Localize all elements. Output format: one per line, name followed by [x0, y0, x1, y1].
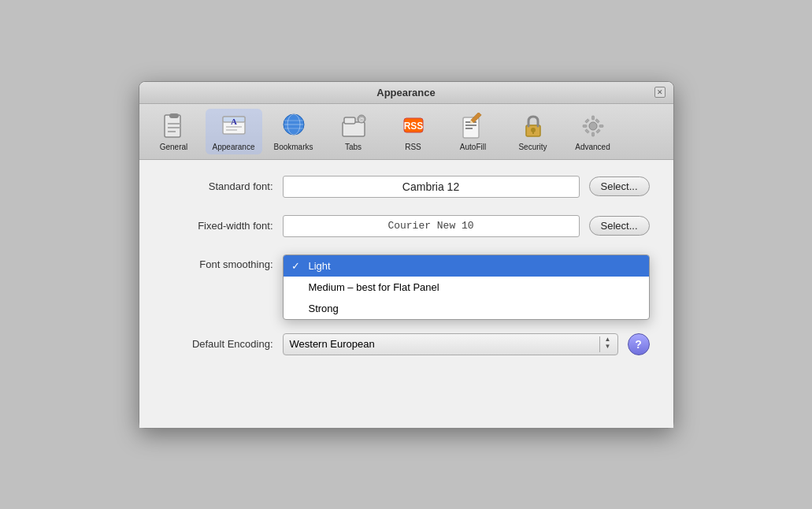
svg-rect-38 — [584, 128, 589, 133]
fixed-font-row: Fixed-width font: Courier New 10 Select.… — [163, 215, 650, 237]
tab-appearance[interactable]: A Appearance — [206, 109, 262, 154]
tab-general[interactable]: General — [146, 109, 202, 154]
encoding-select[interactable]: Western European ▲ ▼ — [283, 333, 618, 355]
fixed-font-display: Courier New 10 — [283, 215, 580, 237]
toolbar: General A Appearance — [139, 104, 673, 160]
standard-font-label: Standard font: — [163, 180, 273, 192]
preferences-window: Appearance ✕ General — [139, 81, 674, 429]
autofill-icon — [459, 112, 488, 140]
svg-rect-23 — [465, 124, 476, 126]
tab-rss-label: RSS — [405, 143, 421, 151]
tab-security-label: Security — [518, 143, 547, 151]
tab-general-label: General — [160, 143, 188, 151]
appearance-icon: A — [220, 112, 248, 140]
standard-font-row: Standard font: Cambria 12 Select... — [163, 176, 650, 198]
help-button[interactable]: ? — [628, 333, 650, 355]
tab-tabs[interactable]: @ Tabs — [325, 109, 382, 154]
font-smoothing-row: Font smoothing: ✓ Light Medium – best fo… — [163, 254, 650, 270]
svg-text:RSS: RSS — [403, 121, 423, 132]
advanced-icon — [579, 112, 607, 140]
stepper-up[interactable]: ▲ — [605, 336, 611, 343]
svg-point-30 — [589, 122, 597, 130]
dropdown-item-medium-label: Medium – best for Flat Panel — [309, 281, 439, 293]
svg-rect-31 — [591, 116, 594, 120]
encoding-label: Default Encoding: — [163, 338, 273, 350]
svg-rect-16 — [344, 117, 355, 124]
tab-appearance-label: Appearance — [213, 143, 255, 151]
svg-text:@: @ — [358, 117, 364, 122]
svg-rect-36 — [595, 128, 600, 133]
tab-bookmarks-label: Bookmarks — [273, 143, 313, 151]
fixed-font-label: Fixed-width font: — [163, 220, 273, 232]
svg-rect-33 — [583, 124, 587, 127]
content-area: Standard font: Cambria 12 Select... Fixe… — [139, 160, 673, 428]
dropdown-item-light-label: Light — [309, 260, 331, 272]
dropdown-menu: ✓ Light Medium – best for Flat Panel Str… — [283, 254, 650, 320]
svg-rect-2 — [168, 123, 180, 124]
tab-security[interactable]: Security — [505, 109, 562, 154]
svg-rect-29 — [532, 131, 534, 134]
svg-rect-1 — [169, 113, 179, 118]
encoding-value: Western European — [290, 338, 375, 350]
dropdown-item-light[interactable]: ✓ Light — [284, 255, 649, 277]
svg-rect-3 — [168, 127, 180, 128]
rss-icon: RSS — [399, 112, 428, 140]
encoding-row: Default Encoding: Western European ▲ ▼ ? — [163, 333, 650, 355]
dropdown-item-medium[interactable]: Medium – best for Flat Panel — [284, 277, 649, 298]
svg-rect-4 — [168, 131, 176, 132]
tab-advanced[interactable]: Advanced — [565, 109, 621, 154]
bookmarks-icon — [280, 112, 308, 140]
tab-bookmarks[interactable]: Bookmarks — [265, 109, 322, 154]
close-button[interactable]: ✕ — [654, 87, 666, 98]
tab-rss[interactable]: RSS RSS — [385, 109, 442, 154]
font-smoothing-label: Font smoothing: — [163, 254, 273, 270]
security-icon — [519, 112, 547, 140]
svg-text:A: A — [231, 117, 237, 126]
fixed-font-select-button[interactable]: Select... — [589, 216, 650, 236]
stepper-down[interactable]: ▼ — [605, 344, 611, 350]
standard-font-display: Cambria 12 — [283, 176, 580, 198]
tab-advanced-label: Advanced — [575, 143, 610, 151]
svg-rect-0 — [165, 115, 180, 137]
dropdown-item-strong-label: Strong — [309, 303, 339, 314]
tab-autofill[interactable]: AutoFill — [445, 109, 502, 154]
general-icon — [160, 112, 188, 140]
tabs-icon: @ — [339, 112, 368, 140]
check-icon: ✓ — [291, 260, 302, 272]
tab-tabs-label: Tabs — [345, 143, 362, 151]
svg-rect-32 — [591, 132, 594, 136]
window-title: Appearance — [376, 87, 435, 98]
title-bar: Appearance ✕ — [139, 82, 673, 104]
svg-rect-8 — [226, 126, 242, 128]
tab-autofill-label: AutoFill — [460, 143, 486, 151]
svg-rect-37 — [595, 118, 599, 123]
svg-rect-9 — [226, 129, 237, 131]
dropdown-item-strong[interactable]: Strong — [284, 298, 649, 319]
encoding-stepper: ▲ ▼ — [599, 336, 611, 352]
standard-font-select-button[interactable]: Select... — [589, 176, 650, 196]
svg-rect-35 — [584, 118, 589, 123]
svg-rect-24 — [465, 128, 473, 129]
svg-rect-34 — [599, 124, 603, 127]
